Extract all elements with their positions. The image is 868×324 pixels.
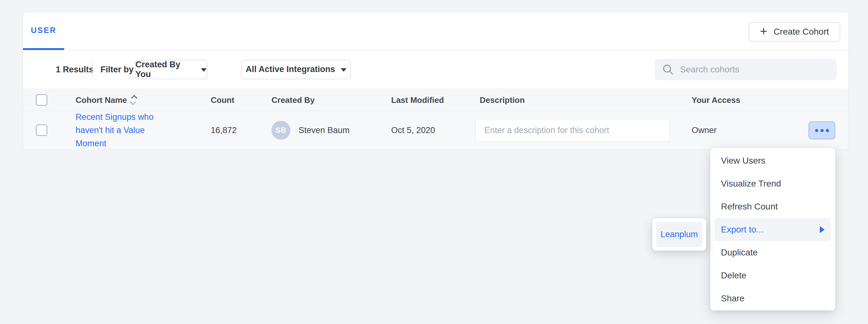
search-icon [662, 63, 674, 76]
creator-name: Steven Baum [299, 125, 350, 135]
menu-item-delete[interactable]: Delete [715, 264, 831, 287]
access-cell: Owner [692, 125, 717, 135]
header-cohort-name[interactable]: Cohort Name [75, 95, 136, 105]
filter-by-label: Filter by [100, 65, 133, 74]
menu-item-export-to[interactable]: Export to... [715, 218, 831, 241]
created-by-cell: SB Steven Baum [272, 121, 350, 140]
toolbar-divider [92, 62, 93, 77]
table-row: Recent Signups who haven't hit a Value M… [23, 111, 848, 149]
menu-item-export-to-label: Export to... [721, 225, 764, 235]
header-cohort-name-label: Cohort Name [75, 95, 127, 105]
tab-user-label: USER [31, 26, 56, 35]
menu-item-view-users[interactable]: View Users [715, 149, 831, 172]
tab-bar: USER + Create Cohort [23, 12, 848, 50]
avatar: SB [272, 121, 290, 140]
sort-icon[interactable] [131, 95, 136, 105]
chevron-down-icon [201, 68, 207, 72]
ellipsis-icon [815, 129, 818, 132]
header-count: Count [211, 95, 234, 105]
more-options-button[interactable] [808, 121, 835, 139]
header-your-access: Your Access [692, 95, 740, 105]
chevron-down-icon [341, 68, 346, 72]
submenu-arrow-icon [820, 226, 825, 233]
last-modified-cell: Oct 5, 2020 [391, 125, 435, 135]
row-checkbox[interactable] [36, 124, 47, 136]
select-all-checkbox[interactable] [36, 94, 47, 106]
row-context-menu: View Users Visualize Trend Refresh Count… [710, 148, 835, 311]
description-input[interactable] [475, 119, 670, 142]
select-all-checkbox-cell [36, 94, 47, 106]
ellipsis-icon [826, 129, 829, 132]
cohort-name-link[interactable]: Recent Signups who haven't hit a Value M… [75, 110, 176, 150]
create-cohort-label: Create Cohort [774, 27, 829, 37]
table-header-row: Cohort Name Count Created By Last Modifi… [23, 89, 848, 111]
header-description: Description [480, 95, 525, 105]
cohort-count: 16,872 [211, 125, 237, 135]
menu-item-refresh-count[interactable]: Refresh Count [715, 195, 831, 218]
menu-item-share[interactable]: Share [715, 287, 831, 310]
export-submenu: Leanplum [652, 218, 706, 251]
menu-item-visualize-trend[interactable]: Visualize Trend [715, 172, 831, 195]
plus-icon: + [760, 25, 767, 37]
header-created-by: Created By [272, 95, 315, 105]
integrations-dropdown[interactable]: All Active Integrations [241, 60, 351, 79]
created-by-dropdown[interactable]: Created By You [135, 60, 207, 79]
integrations-dropdown-value: All Active Integrations [246, 65, 335, 74]
header-last-modified: Last Modified [391, 95, 444, 105]
row-checkbox-cell [36, 124, 47, 136]
search-box [655, 59, 837, 80]
menu-item-duplicate[interactable]: Duplicate [715, 241, 831, 264]
created-by-dropdown-value: Created By You [135, 60, 195, 79]
create-cohort-button[interactable]: + Create Cohort [749, 22, 840, 41]
tab-user[interactable]: USER [23, 12, 64, 50]
submenu-item-leanplum[interactable]: Leanplum [656, 222, 702, 247]
ellipsis-icon [820, 129, 824, 132]
filter-toolbar: 1 Results Filter by Created By You All A… [23, 50, 848, 89]
results-count: 1 Results [56, 65, 94, 74]
search-input[interactable] [680, 65, 830, 75]
cohorts-panel: USER + Create Cohort 1 Results Filter by… [23, 12, 849, 149]
